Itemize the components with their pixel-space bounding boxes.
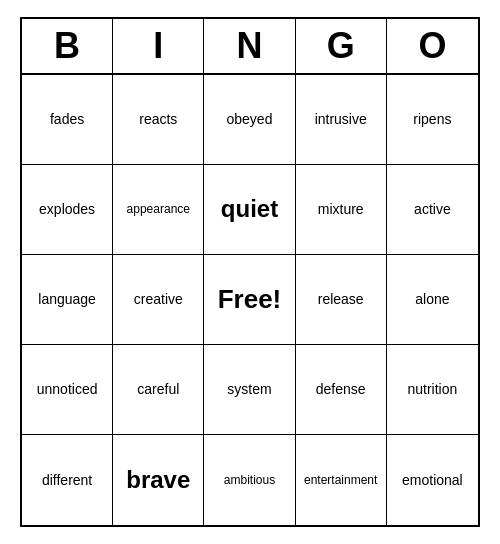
bingo-cell: system [204, 345, 295, 435]
bingo-cell: entertainment [296, 435, 387, 525]
bingo-cell: unnoticed [22, 345, 113, 435]
header-letter: I [113, 19, 204, 73]
bingo-cell: fades [22, 75, 113, 165]
cell-text: language [38, 291, 96, 308]
cell-text: obeyed [227, 111, 273, 128]
bingo-cell: reacts [113, 75, 204, 165]
bingo-card: BINGO fadesreactsobeyedintrusiveripensex… [20, 17, 480, 527]
cell-text: quiet [221, 195, 278, 224]
cell-text: explodes [39, 201, 95, 218]
bingo-cell: release [296, 255, 387, 345]
bingo-cell: defense [296, 345, 387, 435]
bingo-cell: Free! [204, 255, 295, 345]
bingo-cell: quiet [204, 165, 295, 255]
cell-text: different [42, 472, 92, 489]
bingo-cell: language [22, 255, 113, 345]
bingo-cell: explodes [22, 165, 113, 255]
bingo-cell: intrusive [296, 75, 387, 165]
header-letter: G [296, 19, 387, 73]
bingo-grid: fadesreactsobeyedintrusiveripensexplodes… [22, 75, 478, 525]
header-letter: O [387, 19, 478, 73]
bingo-cell: ambitious [204, 435, 295, 525]
cell-text: fades [50, 111, 84, 128]
header-letter: N [204, 19, 295, 73]
cell-text: system [227, 381, 271, 398]
bingo-cell: mixture [296, 165, 387, 255]
bingo-cell: alone [387, 255, 478, 345]
bingo-cell: different [22, 435, 113, 525]
cell-text: appearance [127, 202, 190, 216]
bingo-cell: creative [113, 255, 204, 345]
cell-text: creative [134, 291, 183, 308]
bingo-cell: emotional [387, 435, 478, 525]
header-letter: B [22, 19, 113, 73]
bingo-cell: nutrition [387, 345, 478, 435]
cell-text: nutrition [407, 381, 457, 398]
cell-text: Free! [218, 284, 282, 315]
cell-text: careful [137, 381, 179, 398]
cell-text: emotional [402, 472, 463, 489]
bingo-cell: careful [113, 345, 204, 435]
cell-text: defense [316, 381, 366, 398]
cell-text: active [414, 201, 451, 218]
bingo-cell: obeyed [204, 75, 295, 165]
bingo-cell: ripens [387, 75, 478, 165]
bingo-cell: brave [113, 435, 204, 525]
cell-text: ambitious [224, 473, 275, 487]
cell-text: ripens [413, 111, 451, 128]
cell-text: alone [415, 291, 449, 308]
cell-text: entertainment [304, 473, 377, 487]
cell-text: intrusive [315, 111, 367, 128]
bingo-header: BINGO [22, 19, 478, 75]
cell-text: brave [126, 466, 190, 495]
cell-text: reacts [139, 111, 177, 128]
cell-text: unnoticed [37, 381, 98, 398]
bingo-cell: appearance [113, 165, 204, 255]
cell-text: mixture [318, 201, 364, 218]
cell-text: release [318, 291, 364, 308]
bingo-cell: active [387, 165, 478, 255]
